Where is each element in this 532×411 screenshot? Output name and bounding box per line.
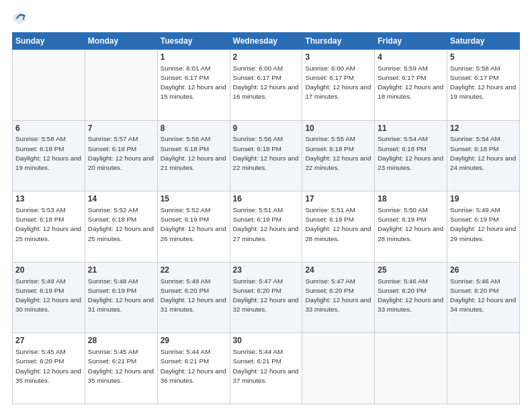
day-info: Sunrise: 6:00 AMSunset: 6:17 PMDaylight:… <box>305 64 371 102</box>
calendar-cell: 11Sunrise: 5:54 AMSunset: 6:18 PMDayligh… <box>375 120 447 191</box>
weekday-header-row: SundayMondayTuesdayWednesdayThursdayFrid… <box>13 33 520 50</box>
day-number: 15 <box>161 193 227 205</box>
calendar-week-row: 20Sunrise: 5:49 AMSunset: 6:19 PMDayligh… <box>13 262 520 333</box>
calendar-cell: 29Sunrise: 5:44 AMSunset: 6:21 PMDayligh… <box>157 333 230 404</box>
day-info: Sunrise: 5:51 AMSunset: 6:19 PMDaylight:… <box>233 205 300 244</box>
day-info: Sunrise: 5:58 AMSunset: 6:17 PMDaylight:… <box>450 64 517 102</box>
weekday-header: Wednesday <box>230 33 302 50</box>
header <box>12 11 520 26</box>
calendar-week-row: 1Sunrise: 6:01 AMSunset: 6:17 PMDaylight… <box>13 50 520 121</box>
day-info: Sunrise: 5:52 AMSunset: 6:18 PMDaylight:… <box>88 205 154 244</box>
calendar-cell: 4Sunrise: 5:59 AMSunset: 6:17 PMDaylight… <box>375 50 447 121</box>
calendar-cell: 28Sunrise: 5:45 AMSunset: 6:21 PMDayligh… <box>85 333 157 404</box>
day-number: 4 <box>378 52 444 63</box>
day-info: Sunrise: 5:46 AMSunset: 6:20 PMDaylight:… <box>450 277 517 315</box>
day-number: 26 <box>450 265 517 276</box>
day-number: 18 <box>378 193 444 205</box>
calendar-cell: 22Sunrise: 5:48 AMSunset: 6:20 PMDayligh… <box>157 262 230 333</box>
day-number: 24 <box>305 265 371 276</box>
calendar-week-row: 27Sunrise: 5:45 AMSunset: 6:20 PMDayligh… <box>13 333 520 404</box>
day-info: Sunrise: 5:48 AMSunset: 6:19 PMDaylight:… <box>88 277 154 315</box>
day-info: Sunrise: 5:48 AMSunset: 6:20 PMDaylight:… <box>161 277 227 315</box>
day-info: Sunrise: 5:57 AMSunset: 6:18 PMDaylight:… <box>88 134 154 173</box>
calendar-cell: 21Sunrise: 5:48 AMSunset: 6:19 PMDayligh… <box>85 262 157 333</box>
day-number: 29 <box>161 335 227 347</box>
calendar-cell: 23Sunrise: 5:47 AMSunset: 6:20 PMDayligh… <box>230 262 302 333</box>
calendar-cell: 10Sunrise: 5:55 AMSunset: 6:18 PMDayligh… <box>302 120 375 191</box>
day-number: 19 <box>450 193 517 205</box>
calendar-week-row: 6Sunrise: 5:58 AMSunset: 6:18 PMDaylight… <box>13 120 520 191</box>
day-number: 17 <box>305 193 371 205</box>
calendar-cell: 19Sunrise: 5:49 AMSunset: 6:19 PMDayligh… <box>447 191 520 263</box>
calendar-cell: 13Sunrise: 5:53 AMSunset: 6:18 PMDayligh… <box>13 191 85 263</box>
day-info: Sunrise: 5:55 AMSunset: 6:18 PMDaylight:… <box>305 134 371 173</box>
logo <box>12 11 30 26</box>
day-info: Sunrise: 6:01 AMSunset: 6:17 PMDaylight:… <box>161 64 227 102</box>
day-number: 28 <box>88 335 154 347</box>
day-number: 3 <box>305 52 371 63</box>
weekday-header: Monday <box>85 33 157 50</box>
weekday-header: Sunday <box>13 33 85 50</box>
day-number: 12 <box>450 123 517 134</box>
day-info: Sunrise: 5:58 AMSunset: 6:18 PMDaylight:… <box>15 134 82 173</box>
day-number: 5 <box>450 52 517 63</box>
day-number: 23 <box>233 265 300 276</box>
day-info: Sunrise: 5:45 AMSunset: 6:20 PMDaylight:… <box>15 347 82 385</box>
logo-icon <box>12 11 27 26</box>
calendar-cell: 16Sunrise: 5:51 AMSunset: 6:19 PMDayligh… <box>230 191 302 263</box>
day-info: Sunrise: 5:44 AMSunset: 6:21 PMDaylight:… <box>161 347 227 385</box>
calendar-table: SundayMondayTuesdayWednesdayThursdayFrid… <box>12 32 520 404</box>
day-info: Sunrise: 5:49 AMSunset: 6:19 PMDaylight:… <box>450 205 517 244</box>
day-number: 27 <box>15 335 82 347</box>
calendar-cell: 3Sunrise: 6:00 AMSunset: 6:17 PMDaylight… <box>302 50 375 121</box>
day-info: Sunrise: 6:00 AMSunset: 6:17 PMDaylight:… <box>233 64 300 102</box>
day-info: Sunrise: 5:56 AMSunset: 6:18 PMDaylight:… <box>161 134 227 173</box>
day-number: 16 <box>233 193 300 205</box>
day-number: 30 <box>233 335 300 347</box>
day-info: Sunrise: 5:53 AMSunset: 6:18 PMDaylight:… <box>15 205 82 244</box>
calendar-cell: 20Sunrise: 5:49 AMSunset: 6:19 PMDayligh… <box>13 262 85 333</box>
day-info: Sunrise: 5:54 AMSunset: 6:18 PMDaylight:… <box>450 134 517 173</box>
day-info: Sunrise: 5:45 AMSunset: 6:21 PMDaylight:… <box>88 347 154 385</box>
day-number: 8 <box>161 123 227 134</box>
day-number: 21 <box>88 265 154 276</box>
day-number: 9 <box>233 123 300 134</box>
day-info: Sunrise: 5:51 AMSunset: 6:19 PMDaylight:… <box>305 205 371 244</box>
day-number: 20 <box>15 265 82 276</box>
day-info: Sunrise: 5:46 AMSunset: 6:20 PMDaylight:… <box>378 277 444 315</box>
calendar-cell: 2Sunrise: 6:00 AMSunset: 6:17 PMDaylight… <box>230 50 302 121</box>
day-number: 1 <box>161 52 227 63</box>
calendar-cell: 14Sunrise: 5:52 AMSunset: 6:18 PMDayligh… <box>85 191 157 263</box>
calendar-cell: 5Sunrise: 5:58 AMSunset: 6:17 PMDaylight… <box>447 50 520 121</box>
calendar-cell: 6Sunrise: 5:58 AMSunset: 6:18 PMDaylight… <box>13 120 85 191</box>
weekday-header: Saturday <box>447 33 520 50</box>
day-number: 2 <box>233 52 300 63</box>
day-number: 6 <box>15 123 82 134</box>
day-info: Sunrise: 5:50 AMSunset: 6:19 PMDaylight:… <box>378 205 444 244</box>
calendar-cell: 26Sunrise: 5:46 AMSunset: 6:20 PMDayligh… <box>447 262 520 333</box>
calendar-cell: 1Sunrise: 6:01 AMSunset: 6:17 PMDaylight… <box>157 50 230 121</box>
calendar-cell <box>302 333 375 404</box>
day-number: 7 <box>88 123 154 134</box>
day-info: Sunrise: 5:59 AMSunset: 6:17 PMDaylight:… <box>378 64 444 102</box>
day-number: 13 <box>15 193 82 205</box>
day-number: 14 <box>88 193 154 205</box>
day-info: Sunrise: 5:56 AMSunset: 6:18 PMDaylight:… <box>233 134 300 173</box>
calendar-cell: 12Sunrise: 5:54 AMSunset: 6:18 PMDayligh… <box>447 120 520 191</box>
day-info: Sunrise: 5:44 AMSunset: 6:21 PMDaylight:… <box>233 347 300 385</box>
weekday-header: Friday <box>375 33 447 50</box>
day-info: Sunrise: 5:47 AMSunset: 6:20 PMDaylight:… <box>233 277 300 315</box>
calendar-cell: 7Sunrise: 5:57 AMSunset: 6:18 PMDaylight… <box>85 120 157 191</box>
calendar-cell: 27Sunrise: 5:45 AMSunset: 6:20 PMDayligh… <box>13 333 85 404</box>
calendar-cell: 25Sunrise: 5:46 AMSunset: 6:20 PMDayligh… <box>375 262 447 333</box>
calendar-cell: 30Sunrise: 5:44 AMSunset: 6:21 PMDayligh… <box>230 333 302 404</box>
calendar-cell: 8Sunrise: 5:56 AMSunset: 6:18 PMDaylight… <box>157 120 230 191</box>
calendar-cell: 15Sunrise: 5:52 AMSunset: 6:19 PMDayligh… <box>157 191 230 263</box>
day-info: Sunrise: 5:52 AMSunset: 6:19 PMDaylight:… <box>161 205 227 244</box>
day-number: 11 <box>378 123 444 134</box>
day-info: Sunrise: 5:54 AMSunset: 6:18 PMDaylight:… <box>378 134 444 173</box>
day-number: 10 <box>305 123 371 134</box>
weekday-header: Thursday <box>302 33 375 50</box>
calendar-cell <box>13 50 85 121</box>
day-number: 25 <box>378 265 444 276</box>
